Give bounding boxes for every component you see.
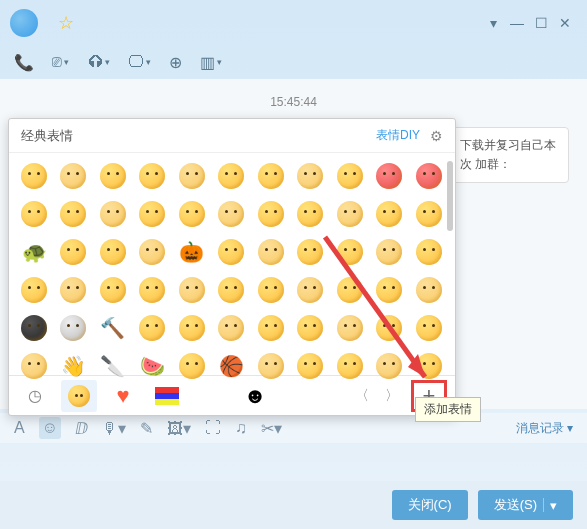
cut-button[interactable]: ✂▾ <box>261 419 282 438</box>
emoji-cell[interactable] <box>175 311 209 345</box>
emoji-cell[interactable] <box>254 311 288 345</box>
window-menu-button[interactable]: ▾ <box>481 15 505 31</box>
emoji-cell[interactable] <box>214 311 248 345</box>
edit-button[interactable]: ✎ <box>140 419 153 438</box>
emoji-cell[interactable] <box>293 273 327 307</box>
emoji-cell[interactable] <box>254 159 288 193</box>
emoji-cell[interactable]: 👋 <box>56 349 90 383</box>
emoji-next-button[interactable]: 〉 <box>381 387 403 405</box>
emoji-cell[interactable] <box>372 349 406 383</box>
emoji-cell[interactable] <box>17 311 51 345</box>
emoji-cell[interactable]: 🏀 <box>214 349 248 383</box>
image-button[interactable]: 🖼▾ <box>167 419 191 438</box>
maximize-button[interactable]: ☐ <box>529 15 553 31</box>
emoji-cell[interactable] <box>175 273 209 307</box>
tab-flag[interactable] <box>149 380 185 412</box>
emoji-cell[interactable] <box>333 349 367 383</box>
contact-avatar[interactable] <box>10 9 38 37</box>
emoji-cell[interactable] <box>96 159 130 193</box>
emoji-cell[interactable] <box>175 349 209 383</box>
emoji-cell[interactable] <box>135 311 169 345</box>
emoji-cell[interactable] <box>135 273 169 307</box>
emoji-cell[interactable] <box>412 311 446 345</box>
emoji-cell[interactable] <box>56 273 90 307</box>
emoji-cell[interactable] <box>333 311 367 345</box>
share-button[interactable]: ⮉▾ <box>87 53 110 71</box>
close-window-button[interactable]: ✕ <box>553 15 577 31</box>
emoji-cell[interactable] <box>412 159 446 193</box>
emoji-cell[interactable] <box>412 235 446 269</box>
screen-share-button[interactable]: 🖵▾ <box>128 53 151 71</box>
emoji-cell[interactable]: 🎃 <box>175 235 209 269</box>
emoji-cell[interactable] <box>412 349 446 383</box>
emoji-cell[interactable] <box>17 159 51 193</box>
tab-heart[interactable]: ♥ <box>105 380 141 412</box>
emoji-cell[interactable] <box>254 273 288 307</box>
emoji-cell[interactable] <box>96 235 130 269</box>
emoji-cell[interactable] <box>17 273 51 307</box>
emoji-cell[interactable] <box>333 235 367 269</box>
emoji-cell[interactable] <box>372 159 406 193</box>
emoji-cell[interactable] <box>175 159 209 193</box>
emoji-button[interactable]: ☺ <box>39 417 61 439</box>
emoji-diy-link[interactable]: 表情DIY <box>376 127 420 144</box>
emoji-cell[interactable] <box>56 311 90 345</box>
gif-button[interactable]: ⅅ <box>75 419 88 438</box>
mic-button[interactable]: 🎙▾ <box>102 419 126 438</box>
emoji-cell[interactable] <box>412 273 446 307</box>
emoji-cell[interactable] <box>17 197 51 231</box>
music-button[interactable]: ♫ <box>235 419 247 437</box>
emoji-cell[interactable]: 🐢 <box>17 235 51 269</box>
emoji-cell[interactable] <box>372 235 406 269</box>
emoji-cell[interactable] <box>214 159 248 193</box>
emoji-cell[interactable] <box>96 273 130 307</box>
minimize-button[interactable]: — <box>505 15 529 31</box>
emoji-cell[interactable]: 🍉 <box>135 349 169 383</box>
font-button[interactable]: A <box>14 419 25 437</box>
tab-recent[interactable]: ◷ <box>17 380 53 412</box>
send-button[interactable]: 发送(S)▾ <box>478 490 573 520</box>
star-icon[interactable]: ☆ <box>58 12 74 34</box>
emoji-cell[interactable] <box>333 197 367 231</box>
emoji-cell[interactable] <box>293 311 327 345</box>
apps-button[interactable]: ▥▾ <box>200 53 222 72</box>
emoji-cell[interactable] <box>372 311 406 345</box>
emoji-cell[interactable] <box>293 235 327 269</box>
tab-blank[interactable] <box>193 380 229 412</box>
tab-ghost[interactable]: ☻ <box>237 380 273 412</box>
emoji-cell[interactable]: 🔪 <box>96 349 130 383</box>
emoji-cell[interactable] <box>254 197 288 231</box>
emoji-cell[interactable] <box>333 159 367 193</box>
emoji-cell[interactable] <box>56 235 90 269</box>
screenshot-button[interactable]: ⛶ <box>205 419 221 437</box>
emoji-cell[interactable] <box>214 197 248 231</box>
emoji-cell[interactable] <box>372 273 406 307</box>
message-history-link[interactable]: 消息记录 ▾ <box>516 420 573 437</box>
emoji-cell[interactable] <box>293 349 327 383</box>
emoji-cell[interactable] <box>412 197 446 231</box>
emoji-settings-icon[interactable]: ⚙ <box>430 128 443 144</box>
emoji-cell[interactable]: 🔨 <box>96 311 130 345</box>
emoji-cell[interactable] <box>293 197 327 231</box>
emoji-cell[interactable] <box>96 197 130 231</box>
emoji-cell[interactable] <box>56 159 90 193</box>
emoji-cell[interactable] <box>135 235 169 269</box>
emoji-scrollbar[interactable] <box>447 161 453 231</box>
add-button[interactable]: ⊕ <box>169 53 182 72</box>
emoji-cell[interactable] <box>293 159 327 193</box>
call-button[interactable]: 📞 <box>14 53 34 72</box>
tab-smile[interactable] <box>61 380 97 412</box>
emoji-cell[interactable] <box>56 197 90 231</box>
emoji-cell[interactable] <box>254 349 288 383</box>
emoji-cell[interactable] <box>175 197 209 231</box>
emoji-cell[interactable] <box>17 349 51 383</box>
emoji-prev-button[interactable]: 〈 <box>351 387 373 405</box>
emoji-cell[interactable] <box>254 235 288 269</box>
emoji-cell[interactable] <box>135 197 169 231</box>
emoji-cell[interactable] <box>135 159 169 193</box>
emoji-cell[interactable] <box>372 197 406 231</box>
emoji-cell[interactable] <box>214 273 248 307</box>
close-button[interactable]: 关闭(C) <box>392 490 468 520</box>
video-button[interactable]: ⎚▾ <box>52 53 69 71</box>
emoji-cell[interactable] <box>214 235 248 269</box>
